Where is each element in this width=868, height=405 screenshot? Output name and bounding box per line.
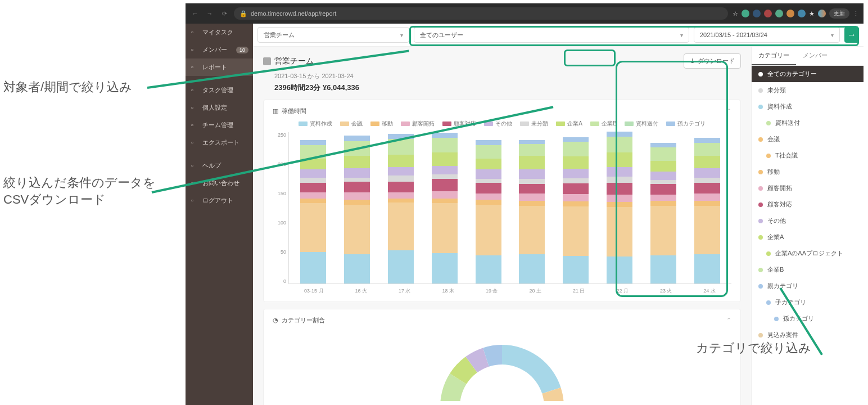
bar-segment	[607, 207, 632, 257]
browser-update-button[interactable]: 更新	[829, 8, 849, 19]
date-range-value: 2021/03/15 - 2021/03/24	[700, 32, 767, 38]
collapse-icon[interactable]: ⌃	[726, 317, 731, 324]
nav-icon: ▫	[191, 197, 199, 205]
totals-text: 2396時間23分 ¥6,044,336	[274, 83, 741, 93]
team-select[interactable]: 営業チーム ▾	[257, 27, 409, 43]
bar-segment	[563, 178, 589, 183]
date-range-select[interactable]: 2021/03/15 - 2021/03/24 ▾	[694, 27, 840, 43]
go-button[interactable]: →	[844, 27, 859, 43]
sidebar-item[interactable]: ▫メンバー10	[186, 41, 253, 58]
bar-segment	[607, 177, 632, 183]
user-select[interactable]: 全てのユーザー ▾	[414, 27, 689, 43]
bar-segment	[650, 184, 676, 195]
bar-segment	[650, 172, 676, 180]
legend-label: 会議	[351, 120, 363, 128]
sidebar-item[interactable]: ▫エクスポート	[186, 134, 253, 151]
bar-segment	[563, 183, 589, 194]
bar-segment	[607, 152, 632, 167]
download-button[interactable]: ⤓ ダウンロード	[684, 53, 741, 69]
category-row[interactable]: 親カテゴリ	[752, 278, 864, 294]
ext-icon[interactable]	[753, 10, 761, 17]
bar-segment	[519, 179, 545, 184]
bar-segment	[650, 143, 676, 148]
bar-segment	[607, 183, 632, 195]
ext-icon[interactable]	[764, 10, 772, 17]
ext-icon[interactable]	[798, 10, 806, 17]
bar-segment	[344, 156, 370, 168]
bar-segment	[476, 200, 501, 205]
nav-reload-icon[interactable]: ⟳	[219, 8, 229, 19]
bar-segment	[388, 176, 414, 182]
ext-icon[interactable]	[786, 10, 794, 17]
legend-swatch	[666, 122, 675, 126]
category-row[interactable]: 会議	[752, 131, 864, 147]
category-row[interactable]: 顧客開拓	[752, 180, 864, 196]
x-tick: 23 火	[660, 287, 672, 295]
bar-column	[563, 137, 589, 284]
x-tick: 03-15 月	[304, 287, 324, 295]
category-row[interactable]: 資料送付	[752, 115, 864, 131]
category-row[interactable]: 子カテゴリ	[752, 294, 864, 310]
category-row[interactable]: 資料作成	[752, 98, 864, 115]
bar-column	[650, 143, 676, 284]
category-row[interactable]: T社会議	[752, 147, 864, 164]
legend-swatch	[370, 122, 379, 126]
x-tick: 18 木	[442, 287, 454, 295]
url-bar[interactable]: 🔒 demo.timecrowd.net/app/report	[234, 7, 728, 20]
category-row[interactable]: 企業A	[752, 229, 864, 245]
bar-segment	[300, 183, 326, 192]
bar-segment	[694, 138, 720, 143]
bar-segment	[344, 136, 370, 142]
category-label: 顧客開拓	[767, 184, 792, 192]
sidebar-item[interactable]: ▫ログアウト	[186, 192, 253, 209]
sidebar-label: マイタスク	[202, 28, 233, 37]
bar-segment	[519, 144, 545, 156]
nav-icon: ▫	[191, 87, 199, 94]
bar-segment	[388, 199, 414, 203]
tab-member[interactable]: メンバー	[796, 47, 834, 65]
bar-segment	[476, 194, 501, 200]
category-row[interactable]: 顧客対応	[752, 196, 864, 213]
bar-segment	[300, 252, 326, 284]
nav-back-icon[interactable]: ←	[190, 8, 200, 19]
ratio-title: カテゴリー割合	[282, 316, 325, 325]
ext-icon[interactable]	[775, 10, 783, 17]
dot-icon	[758, 268, 763, 272]
nav-icon: ▫	[191, 104, 199, 112]
bar-segment	[432, 152, 458, 166]
bar-segment	[563, 137, 589, 142]
download-icon: ⤓	[690, 57, 695, 65]
bar-segment	[476, 145, 501, 159]
ext-icon[interactable]	[742, 10, 749, 17]
category-label: 資料送付	[775, 119, 800, 127]
bar-segment	[607, 202, 632, 207]
sidebar-label: エクスポート	[202, 138, 239, 147]
extensions: ☆ ★ 更新 ⋮	[733, 8, 859, 19]
sidebar-label: ログアウト	[202, 196, 233, 205]
collapse-icon[interactable]: ⌃	[726, 107, 731, 115]
sidebar-label: メンバー	[202, 46, 227, 54]
category-all[interactable]: 全てのカテゴリー	[752, 66, 864, 82]
sidebar-item[interactable]: ▫タスク管理	[186, 82, 253, 99]
nav-icon: ▫	[191, 162, 199, 170]
sidebar-item[interactable]: ▫チーム管理	[186, 116, 253, 134]
category-row[interactable]: 企業B	[752, 262, 864, 278]
bar-segment	[607, 137, 632, 152]
bar-segment	[519, 254, 545, 284]
sidebar-item[interactable]: ▫マイタスク	[186, 24, 253, 41]
category-row[interactable]: 移動	[752, 164, 864, 180]
bar-segment	[388, 192, 414, 199]
tab-category[interactable]: カテゴリー	[752, 47, 796, 65]
avatar-icon[interactable]	[818, 10, 826, 17]
sidebar-item[interactable]: ▫個人設定	[186, 99, 253, 116]
category-row[interactable]: 未分類	[752, 82, 864, 98]
nav-forward-icon[interactable]: →	[205, 8, 215, 19]
bar-segment	[650, 206, 676, 256]
bar-segment	[694, 156, 720, 168]
legend-swatch	[520, 122, 529, 126]
bar-segment	[344, 254, 370, 284]
category-row[interactable]: 企業AのAAプロジェクト	[752, 245, 864, 262]
category-row[interactable]: その他	[752, 213, 864, 229]
bar-segment	[563, 142, 589, 156]
category-row[interactable]: 孫カテゴリ	[752, 310, 864, 327]
